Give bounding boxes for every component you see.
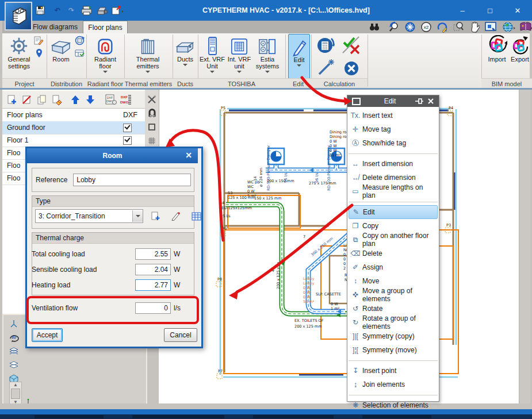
floor-row[interactable]: Floor 1 [2,134,145,147]
edit-ribbon-button[interactable]: Edit [288,34,310,79]
menu-item-copy-on-another-floor-plan[interactable]: ⧉Copy on another floor plan [349,233,438,247]
ducts-button[interactable]: Ducts [174,34,197,66]
app-logo[interactable] [5,2,32,30]
wizard-button[interactable] [316,57,336,77]
menu-item-delete-dimension[interactable]: ↮Delete dimension [349,171,438,184]
menu-item-delete[interactable]: ⌫Delete [349,247,438,260]
layer-visibility-icon[interactable] [7,359,21,371]
menu-item-move[interactable]: ↕Move [349,274,438,288]
menu-item-insert-point[interactable]: ↧Insert point [349,364,438,378]
redraw-button[interactable] [435,21,450,33]
help-button[interactable] [519,21,532,33]
cancel-button[interactable]: Cancel [164,328,197,342]
menu-item-selection-of-elements[interactable]: ❋Selection of elements [349,398,438,412]
edit-floor-button[interactable] [20,93,34,107]
heating-load-input[interactable]: 2.77 [135,279,171,291]
zoom-x2-button[interactable]: x2 [419,21,434,33]
dxf-checkbox[interactable] [123,124,132,132]
dxf-checkbox[interactable] [123,136,132,145]
maximize-button[interactable]: □ [480,3,500,17]
close-icon[interactable] [427,98,434,105]
zoom-all-button[interactable] [403,21,418,33]
dxf-layers-button[interactable]: DXFDWG [118,93,133,107]
room-plans-icon[interactable] [74,48,85,58]
type-dropdown[interactable]: 3: Corridor_Transition [35,209,143,223]
grid-icon[interactable] [146,134,158,147]
menu-item-join-elements[interactable]: ↨Join elements [349,378,438,391]
pin-icon[interactable] [415,98,424,105]
canvas-vertical-scrollbar[interactable] [519,90,530,403]
tab-floor-plans[interactable]: Floor plans [83,21,128,34]
close-button[interactable]: ✕ [508,3,527,17]
zoom-window-button[interactable] [451,21,466,33]
menu-item-measure-lengths-on-plan[interactable]: ▭Measure lengths on plan [349,184,438,198]
menu-item-edit[interactable]: ✎Edit [349,205,438,219]
add-floor-button[interactable] [5,93,19,107]
restore-icon[interactable] [352,98,361,105]
move-up-button[interactable] [68,93,82,107]
radiant-floor-button[interactable]: Radiant floor [89,34,122,73]
floor-row[interactable]: Ground floor [2,121,145,134]
menu-item-show-hide-tag[interactable]: ⒶShow/hide tag [349,136,438,150]
delete-floor-button[interactable] [49,93,64,107]
location-pin-icon[interactable] [34,48,44,59]
web-button[interactable] [502,21,516,33]
menu-item-move-tag[interactable]: ✛Move tag [349,122,438,136]
general-settings-button[interactable]: General settings [5,34,33,70]
bim-export-button[interactable]: Export [508,34,531,63]
magnet-snap-icon[interactable] [146,107,158,120]
estia-systems-button[interactable]: Estia systems [253,34,282,73]
tab-flow-diagrams[interactable]: Flow diagrams [28,21,83,33]
full-screen-button[interactable] [483,21,498,33]
edit-type-button[interactable] [169,209,183,223]
ortho-icon[interactable] [146,121,158,133]
pane-scrollbar[interactable]: ▲ ▼ [9,382,22,406]
menu-item-copy[interactable]: ❐Copy [349,219,438,233]
add-type-button[interactable] [148,209,163,223]
tools-icon[interactable] [146,93,158,106]
copy-floor-button[interactable] [35,93,49,107]
update-rooms-icon[interactable] [74,35,85,45]
print-button[interactable] [79,4,93,17]
cancel-calculation-button[interactable] [342,59,361,78]
zoom-previous-button[interactable] [386,21,401,33]
rotate-3d-icon[interactable]: 3D [7,331,21,344]
edit-panel-titlebar[interactable]: Edit [347,95,439,107]
find-button[interactable] [367,21,382,33]
menu-item-rotate-a-group-of-elements[interactable]: ↻Rotate a group of elements [349,316,438,329]
undo-button[interactable]: ↶ [51,4,64,17]
bim-import-button[interactable]: Import [485,34,508,63]
print-setup-button[interactable] [95,4,109,17]
type-table-button[interactable] [189,209,204,223]
update-results-button[interactable] [315,34,336,56]
int-vrf-unit-button[interactable]: Int. VRF unit [226,34,252,73]
menu-item-rotate[interactable]: ↺Rotate [349,302,438,316]
total-cooling-input[interactable]: 2.55 [135,248,171,260]
minimize-button[interactable]: – [453,3,472,17]
move-down-button[interactable] [83,93,97,107]
sensible-cooling-input[interactable]: 2.04 [135,264,171,275]
reference-input[interactable]: Lobby [73,174,191,186]
menu-item-insert-dimension[interactable]: ↔Insert dimension [349,157,438,171]
dxf-dwg-button[interactable]: DXFDWG [104,93,118,107]
pan-button[interactable] [467,21,482,33]
redo-button[interactable]: ↷ [64,4,78,17]
axes-icon[interactable] [7,317,21,330]
menu-item-assign[interactable]: ✐Assign [349,260,438,274]
close-icon[interactable]: ✕ [185,151,192,160]
menu-item-move-a-group-of-elements[interactable]: ✜Move a group of elements [349,288,438,302]
menu-item-symmetry-copy-[interactable]: ]|[Symmetry (copy) [349,329,438,343]
ext-vrf-unit-button[interactable]: Ext. VRF Unit [199,34,225,73]
thermal-emitters-button[interactable]: Thermal emitters [129,34,167,73]
report-icon[interactable] [33,36,44,46]
check-calculation-button[interactable] [340,34,362,56]
export-plans-button[interactable] [110,4,124,17]
help-book-icon [519,21,532,33]
room-button[interactable]: Room [48,34,74,63]
room-dialog-titlebar[interactable]: Room ✕ [27,148,198,163]
layers-icon[interactable] [7,345,21,358]
menu-item-symmetry-move-[interactable]: ]¦[Symmetry (move) [349,343,438,357]
accept-button[interactable]: Accept [32,328,63,342]
menu-item-insert-text[interactable]: Tx.Insert text [349,109,438,122]
save-button[interactable] [33,4,47,17]
